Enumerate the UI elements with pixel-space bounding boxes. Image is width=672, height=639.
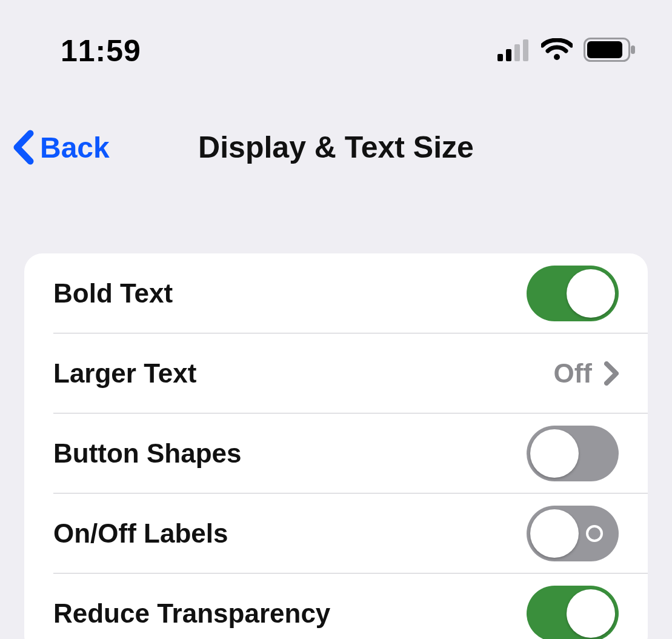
battery-icon bbox=[584, 38, 636, 64]
toggle-reduce-transparency[interactable] bbox=[527, 586, 619, 639]
row-label: On/Off Labels bbox=[53, 518, 228, 549]
row-label: Bold Text bbox=[53, 278, 173, 309]
toggle-bold-text[interactable] bbox=[527, 266, 619, 321]
row-right: Off bbox=[553, 358, 619, 389]
toggle-button-shapes[interactable] bbox=[527, 426, 619, 481]
row-bold-text[interactable]: Bold Text bbox=[24, 253, 648, 333]
row-label: Button Shapes bbox=[53, 438, 241, 469]
svg-point-4 bbox=[554, 54, 560, 60]
status-time: 11:59 bbox=[61, 33, 141, 69]
toggle-on-off-labels[interactable] bbox=[527, 506, 619, 561]
status-icons bbox=[497, 38, 636, 64]
page-title: Display & Text Size bbox=[198, 130, 474, 165]
row-label: Reduce Transparency bbox=[53, 598, 330, 629]
svg-rect-1 bbox=[506, 49, 511, 61]
svg-rect-2 bbox=[514, 44, 520, 61]
row-on-off-labels[interactable]: On/Off Labels bbox=[24, 493, 648, 574]
wifi-icon bbox=[541, 38, 573, 64]
row-reduce-transparency[interactable]: Reduce Transparency bbox=[24, 574, 648, 639]
switch-knob bbox=[530, 429, 579, 478]
row-value: Off bbox=[553, 358, 592, 389]
switch-knob bbox=[530, 509, 579, 558]
svg-rect-6 bbox=[587, 41, 622, 58]
back-button[interactable]: Back bbox=[12, 130, 110, 165]
switch-ring-icon bbox=[586, 525, 603, 542]
row-larger-text[interactable]: Larger Text Off bbox=[24, 333, 648, 413]
nav-bar: Back Display & Text Size bbox=[0, 120, 672, 175]
chevron-right-icon bbox=[604, 361, 619, 386]
svg-rect-3 bbox=[523, 39, 528, 61]
row-button-shapes[interactable]: Button Shapes bbox=[24, 413, 648, 493]
switch-knob bbox=[567, 269, 615, 318]
back-label: Back bbox=[40, 131, 110, 164]
status-bar: 11:59 bbox=[0, 0, 672, 69]
chevron-left-icon bbox=[12, 130, 34, 165]
cellular-icon bbox=[497, 38, 530, 64]
switch-knob bbox=[567, 589, 615, 638]
svg-rect-7 bbox=[631, 45, 635, 54]
settings-group: Bold Text Larger Text Off Button Shapes … bbox=[24, 253, 648, 639]
svg-rect-0 bbox=[497, 54, 503, 61]
row-label: Larger Text bbox=[53, 358, 196, 389]
